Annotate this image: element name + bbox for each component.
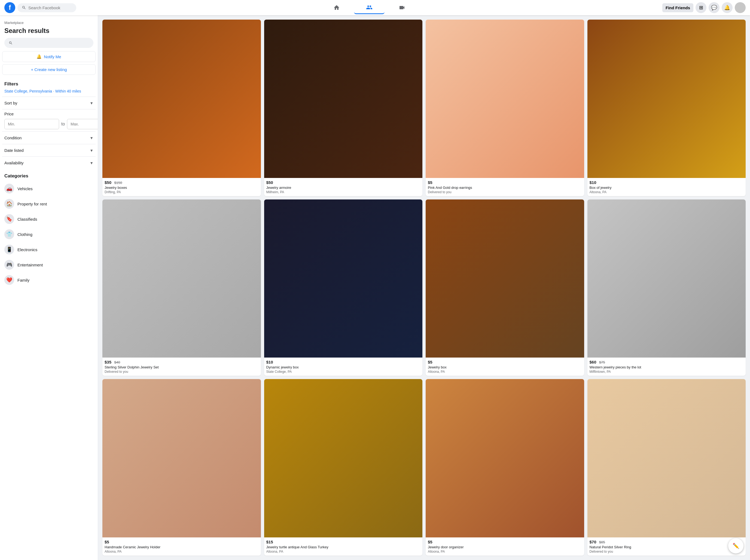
price-label: Price [4, 111, 93, 116]
product-card[interactable]: $5 Jewelry box Altoona, PA [426, 200, 584, 376]
breadcrumb: Marketplace [2, 20, 96, 26]
date-listed-filter[interactable]: Date listed ▼ [2, 144, 96, 157]
sidebar-item-property-for-rent[interactable]: 🏠 Property for rent [2, 196, 96, 211]
availability-label: Availability [4, 161, 24, 165]
product-info: $5 Jewelry box Altoona, PA [426, 357, 584, 376]
product-price: $5 [428, 180, 432, 185]
product-image [587, 20, 746, 178]
product-card[interactable]: $70 $85 Natural Peridot Silver Ring Deli… [587, 379, 746, 556]
product-info: $5 Jewelry door organizer Altoona, PA [426, 537, 584, 556]
entertainment-icon: 🎮 [4, 260, 14, 270]
vehicles-icon: 🚗 [4, 184, 14, 193]
product-image [426, 379, 584, 537]
product-title: Jewelry turtle antique And Glass Turkey [267, 545, 420, 549]
create-listing-button[interactable]: + Create new listing [2, 64, 96, 75]
electronics-label: Electronics [17, 247, 37, 252]
product-card[interactable]: $50 $150 Jewelry boxes Drifting, PA [102, 20, 261, 196]
product-title: Handmade Ceramic Jewelry Holder [104, 545, 259, 549]
sidebar-item-family[interactable]: ❤️ Family [2, 272, 96, 288]
sidebar-item-clothing[interactable]: 👕 Clothing [2, 227, 96, 242]
product-info: $60 $75 Western jewelry pieces by the lo… [587, 357, 746, 376]
product-location: Altoona, PA [104, 549, 259, 554]
product-info: $35 $40 Sterling Silver Dolphin Jewelry … [102, 357, 261, 376]
sidebar: Marketplace Search results jewelry 🔔 Not… [0, 15, 98, 560]
product-info: $70 $85 Natural Peridot Silver Ring Deli… [587, 537, 746, 556]
product-image [102, 20, 261, 178]
product-price-row: $10 [590, 180, 744, 185]
sort-by-filter[interactable]: Sort by ▼ [2, 97, 96, 109]
product-card[interactable]: $15 Jewelry turtle antique And Glass Tur… [264, 379, 423, 556]
product-card[interactable]: $5 Pink And Gold drop earrings Delivered… [426, 20, 584, 196]
sidebar-item-vehicles[interactable]: 🚗 Vehicles [2, 181, 96, 196]
clothing-icon: 👕 [4, 229, 14, 239]
price-filter: Price to [2, 109, 96, 131]
product-card[interactable]: $50 Jewelry armoire Millheim, PA [264, 20, 423, 196]
nav-left: f [4, 2, 76, 13]
product-price-row: $35 $40 [104, 360, 259, 365]
product-original-price: $85 [599, 540, 605, 544]
electronics-icon: 📱 [4, 245, 14, 254]
sidebar-item-entertainment[interactable]: 🎮 Entertainment [2, 257, 96, 272]
chevron-down-icon: ▼ [90, 101, 93, 105]
nav-watch-button[interactable] [387, 1, 417, 14]
product-price: $5 [104, 540, 109, 544]
product-location: Altoona, PA [267, 549, 420, 554]
product-image [102, 379, 261, 537]
condition-filter[interactable]: Condition ▼ [2, 131, 96, 144]
grid-menu-button[interactable]: ⊞ [695, 2, 706, 13]
marketplace-search-input[interactable]: jewelry [15, 41, 89, 45]
filter-location[interactable]: State College, Pennsylvania · Within 40 … [2, 88, 96, 97]
sidebar-item-electronics[interactable]: 📱 Electronics [2, 242, 96, 257]
nav-center [76, 1, 662, 14]
price-inputs: to [4, 119, 93, 129]
nav-home-button[interactable] [321, 1, 352, 14]
product-info: $10 Box of jewelry Altoona, PA [587, 178, 746, 196]
product-image [426, 200, 584, 358]
price-min-input[interactable] [4, 119, 59, 129]
avatar[interactable] [735, 2, 746, 13]
categories-title: Categories [2, 169, 96, 181]
global-search-box[interactable] [17, 3, 76, 12]
product-price-row: $70 $85 [590, 540, 744, 544]
chevron-down-icon: ▼ [90, 136, 93, 140]
product-card[interactable]: $10 Box of jewelry Altoona, PA [587, 20, 746, 196]
facebook-logo[interactable]: f [4, 2, 15, 13]
price-max-input[interactable] [67, 119, 98, 129]
product-price: $5 [428, 540, 432, 544]
product-location: Delivered to you [428, 190, 582, 194]
product-price-row: $5 [428, 360, 582, 365]
product-card[interactable]: $35 $40 Sterling Silver Dolphin Jewelry … [102, 200, 261, 376]
product-info: $50 Jewelry armoire Millheim, PA [264, 178, 423, 196]
find-friends-button[interactable]: Find Friends [662, 3, 693, 12]
vehicles-label: Vehicles [17, 186, 33, 191]
product-card[interactable]: $5 Handmade Ceramic Jewelry Holder Altoo… [102, 379, 261, 556]
product-card[interactable]: $10 Dynamic jewelry box State College, P… [264, 200, 423, 376]
product-card[interactable]: $60 $75 Western jewelry pieces by the lo… [587, 200, 746, 376]
product-card[interactable]: $5 Jewelry door organizer Altoona, PA [426, 379, 584, 556]
product-title: Sterling Silver Dolphin Jewelry Set [104, 365, 259, 369]
clothing-label: Clothing [17, 232, 33, 237]
marketplace-search-box[interactable]: jewelry [4, 38, 93, 48]
compose-float-button[interactable]: ✏️ [728, 538, 744, 554]
product-price: $60 [590, 360, 596, 364]
notifications-button[interactable]: 🔔 [722, 2, 733, 13]
search-icon [22, 5, 26, 10]
notify-me-button[interactable]: 🔔 Notify Me [2, 51, 96, 62]
chevron-down-icon: ▼ [90, 161, 93, 165]
product-location: Mifflintown, PA [590, 370, 744, 374]
property-for-rent-label: Property for rent [17, 202, 47, 206]
watch-icon [399, 4, 405, 11]
product-price-row: $50 $150 [104, 180, 259, 185]
bell-icon: 🔔 [37, 54, 42, 59]
availability-filter[interactable]: Availability ▼ [2, 157, 96, 169]
main-content: $50 $150 Jewelry boxes Drifting, PA $50 … [98, 15, 750, 560]
nav-friends-button[interactable] [354, 1, 384, 14]
product-original-price: $150 [114, 181, 122, 185]
sidebar-item-classifieds[interactable]: 🔖 Classifieds [2, 211, 96, 227]
global-search-input[interactable] [28, 5, 72, 10]
product-price-row: $15 [267, 540, 420, 544]
product-location: Delivered to you [590, 549, 744, 554]
product-price: $15 [267, 540, 273, 544]
product-price: $10 [267, 360, 273, 364]
messenger-button[interactable]: 💬 [709, 2, 719, 13]
